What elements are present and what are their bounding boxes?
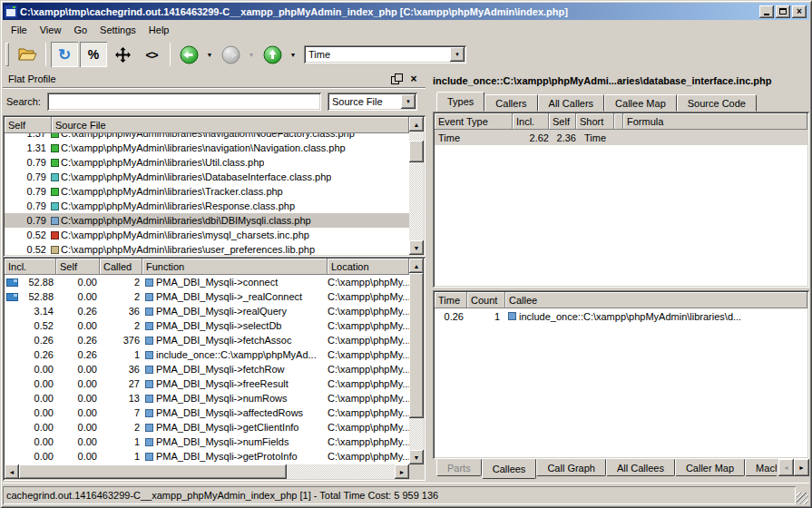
- function-row[interactable]: 0.000.0013PMA_DBI_Mysqli->numRowsC:\xamp…: [5, 391, 409, 405]
- source-file-row[interactable]: 1.37C:\xampp\phpMyAdmin\libraries\naviga…: [5, 133, 409, 141]
- resize-grip[interactable]: [797, 493, 808, 504]
- expand-areas-button[interactable]: [109, 42, 136, 67]
- scrollbar-thumb[interactable]: [19, 464, 287, 479]
- up-dropdown-arrow[interactable]: ▼: [288, 42, 298, 67]
- tab-machine[interactable]: Machine: [745, 459, 777, 476]
- column-header-self[interactable]: Self: [5, 117, 52, 133]
- tab-all-callers[interactable]: All Callers: [538, 94, 605, 112]
- tab-scroll-left-button[interactable]: ◄: [778, 459, 794, 476]
- menu-go[interactable]: Go: [67, 22, 93, 38]
- dropdown-arrow-icon[interactable]: ▼: [450, 47, 465, 62]
- horizontal-scrollbar[interactable]: ◄ ►: [5, 464, 409, 479]
- column-header-self[interactable]: Self: [549, 113, 576, 130]
- source-table-header: SelfSource File: [5, 117, 409, 133]
- tab-caller-map[interactable]: Caller Map: [675, 459, 745, 476]
- scroll-down-button[interactable]: ▼: [409, 450, 424, 464]
- function-row[interactable]: 0.000.0027PMA_DBI_Mysqli->freeResultC:\x…: [5, 376, 409, 391]
- search-input[interactable]: [47, 93, 321, 111]
- scrollbar-thumb[interactable]: [409, 273, 424, 418]
- scroll-up-button[interactable]: ▲: [409, 117, 424, 132]
- column-header-self[interactable]: Self: [56, 259, 100, 275]
- column-header-called[interactable]: Called: [100, 259, 142, 275]
- close-button[interactable]: ×: [792, 5, 807, 18]
- dropdown-arrow-icon[interactable]: ▼: [401, 94, 416, 109]
- back-button[interactable]: [175, 42, 202, 67]
- source-file-row[interactable]: 1.31C:\xampp\phpMyAdmin\libraries\naviga…: [5, 141, 409, 155]
- column-header-source-file[interactable]: Source File: [52, 117, 409, 133]
- function-row[interactable]: 0.000.001PMA_DBI_Mysqli->numFieldsC:\xam…: [5, 435, 409, 449]
- tab-types[interactable]: Types: [436, 92, 484, 112]
- scroll-up-button[interactable]: ▲: [409, 259, 424, 273]
- function-row[interactable]: 0.260.261include_once::C:\xampp\phpMyAd.…: [5, 347, 409, 362]
- open-file-button[interactable]: [14, 42, 41, 67]
- event-type-combobox[interactable]: Time ▼: [304, 45, 466, 64]
- float-dock-icon[interactable]: [391, 73, 402, 83]
- dock-titlebar[interactable]: Flat Profile ×: [3, 70, 426, 88]
- source-file-row[interactable]: 0.79C:\xampp\phpMyAdmin\libraries\Tracke…: [5, 184, 409, 199]
- function-row[interactable]: 3.140.2636PMA_DBI_Mysqli->realQueryC:\xa…: [5, 304, 409, 318]
- tab-callees[interactable]: Callees: [482, 459, 537, 479]
- tab-callers[interactable]: Callers: [484, 94, 537, 112]
- scrollbar-track[interactable]: [409, 132, 424, 240]
- source-file-row[interactable]: 0.79C:\xampp\phpMyAdmin\libraries\dbi\DB…: [5, 213, 409, 228]
- menu-view[interactable]: View: [34, 22, 68, 38]
- callee-row[interactable]: 0.261include_once::C:\xampp\phpMyAdmin\l…: [435, 308, 807, 324]
- column-header-spacer[interactable]: [614, 113, 623, 130]
- relative-percent-button[interactable]: %: [80, 42, 107, 67]
- dock-close-icon[interactable]: ×: [407, 73, 420, 84]
- menu-file[interactable]: File: [5, 22, 34, 38]
- function-row[interactable]: 0.000.001PMA_DBI_Mysqli->getProtoInfoC:\…: [5, 449, 409, 464]
- column-header-incl[interactable]: Incl.: [513, 113, 549, 130]
- function-row[interactable]: 0.000.002PMA_DBI_Mysqli->getClientInfoC:…: [5, 420, 409, 435]
- function-row[interactable]: 0.000.0036PMA_DBI_Mysqli->fetchRowC:\xam…: [5, 362, 409, 376]
- source-file-row[interactable]: 0.52C:\xampp\phpMyAdmin\libraries\user_p…: [5, 242, 409, 255]
- column-header-short[interactable]: Short: [576, 113, 614, 130]
- column-header-formula[interactable]: Formula: [623, 113, 807, 130]
- maximize-button[interactable]: [776, 5, 790, 18]
- forward-dropdown-arrow[interactable]: ▼: [246, 42, 257, 67]
- up-button[interactable]: [259, 42, 286, 67]
- column-header-event-type[interactable]: Event Type: [435, 113, 513, 130]
- status-bar: cachegrind.out.1416463299-C__xampp_phpMy…: [3, 483, 809, 505]
- minimize-button[interactable]: [759, 5, 774, 18]
- column-header-time[interactable]: Time: [435, 292, 467, 308]
- tab-scroll-right-button[interactable]: ►: [794, 459, 809, 476]
- event-type-row[interactable]: Time2.622.36Time: [435, 130, 807, 145]
- menu-settings[interactable]: Settings: [93, 22, 142, 38]
- function-row[interactable]: 0.260.26376PMA_DBI_Mysqli->fetchAssocC:\…: [5, 333, 409, 347]
- column-header-callee[interactable]: Callee: [505, 292, 807, 308]
- column-header-count[interactable]: Count: [467, 292, 505, 308]
- column-header-incl[interactable]: Incl.: [5, 259, 56, 275]
- source-file-row[interactable]: 0.79C:\xampp\phpMyAdmin\libraries\Util.c…: [5, 155, 409, 170]
- column-header-function[interactable]: Function: [142, 259, 328, 275]
- toolbar-handle[interactable]: [5, 43, 9, 66]
- back-dropdown-arrow[interactable]: ▼: [204, 42, 215, 67]
- function-row[interactable]: 52.880.002PMA_DBI_Mysqli->connectC:\xamp…: [5, 275, 409, 289]
- menu-help[interactable]: Help: [142, 22, 176, 38]
- source-file-row[interactable]: 0.79C:\xampp\phpMyAdmin\libraries\Respon…: [5, 199, 409, 213]
- grouping-combobox[interactable]: Source File ▼: [328, 93, 417, 111]
- window-titlebar[interactable]: C:\xampp\tmp\cachegrind.out.1416463299-C…: [3, 3, 809, 20]
- cycle-grouping-button[interactable]: ↻: [51, 42, 78, 67]
- shorten-templates-button[interactable]: <>: [138, 42, 165, 67]
- tab-source-code[interactable]: Source Code: [677, 94, 757, 112]
- scroll-right-button[interactable]: ►: [395, 464, 409, 479]
- scroll-left-button[interactable]: ◄: [5, 464, 19, 479]
- function-row[interactable]: 0.520.002PMA_DBI_Mysqli->selectDbC:\xamp…: [5, 318, 409, 333]
- vertical-scrollbar[interactable]: ▲ ▼: [409, 259, 424, 464]
- function-row[interactable]: 52.880.002PMA_DBI_Mysqli->_realConnectC:…: [5, 289, 409, 304]
- source-file-row[interactable]: 0.52C:\xampp\phpMyAdmin\libraries\mysql_…: [5, 228, 409, 242]
- tab-call-graph[interactable]: Call Graph: [536, 459, 606, 476]
- column-header-location[interactable]: Location: [328, 259, 409, 275]
- scrollbar-track[interactable]: [19, 464, 395, 479]
- function-row[interactable]: 0.000.007PMA_DBI_Mysqli->affectedRowsC:\…: [5, 405, 409, 420]
- forward-button[interactable]: [217, 42, 244, 67]
- scrollbar-track[interactable]: [409, 273, 424, 450]
- vertical-scrollbar[interactable]: ▲ ▼: [409, 117, 424, 255]
- tab-all-callees[interactable]: All Callees: [606, 459, 675, 476]
- scroll-down-button[interactable]: ▼: [409, 240, 424, 255]
- tab-parts[interactable]: Parts: [436, 459, 482, 476]
- tab-callee-map[interactable]: Callee Map: [604, 94, 677, 112]
- source-file-row[interactable]: 0.79C:\xampp\phpMyAdmin\libraries\Databa…: [5, 170, 409, 184]
- scrollbar-thumb[interactable]: [409, 141, 424, 162]
